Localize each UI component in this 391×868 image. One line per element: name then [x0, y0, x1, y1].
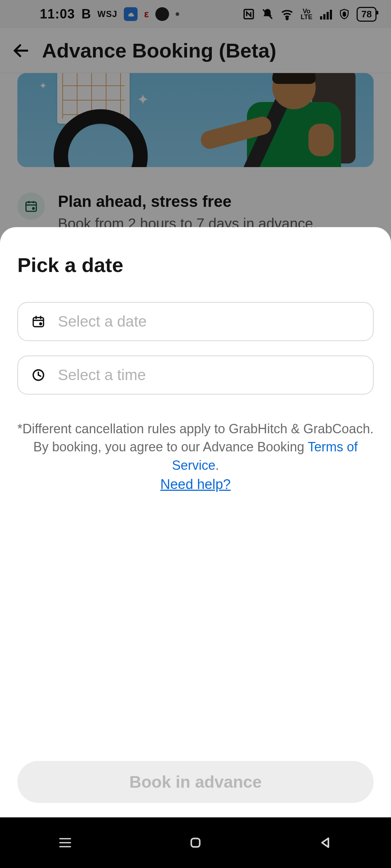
svg-point-18	[40, 323, 42, 325]
disclaimer-line1: *Different cancellation rules apply to G…	[17, 421, 374, 436]
svg-rect-6	[330, 10, 332, 20]
status-app-b-icon: B	[81, 7, 91, 22]
svg-rect-14	[33, 318, 44, 327]
page-title: Advance Booking (Beta)	[42, 39, 276, 62]
disclaimer-line2-prefix: By booking, you agree to our Advance Boo…	[33, 439, 308, 454]
volte-icon: VoLTE	[300, 8, 312, 20]
status-time: 11:03	[40, 7, 75, 22]
home-icon	[188, 835, 203, 850]
shield-dollar-icon: $	[339, 8, 350, 20]
signal-icon	[319, 8, 332, 21]
status-weather-icon	[124, 7, 138, 21]
back-nav-button[interactable]	[315, 832, 337, 854]
home-button[interactable]	[185, 832, 206, 854]
date-placeholder: Select a date	[58, 313, 147, 330]
recents-button[interactable]	[54, 832, 76, 854]
calendar-badge-icon	[17, 192, 45, 220]
status-app-wsj-icon: WSJ	[97, 9, 117, 19]
svg-rect-5	[327, 12, 329, 20]
back-button[interactable]	[11, 41, 31, 61]
system-navbar	[0, 817, 391, 868]
need-help-link[interactable]: Need help?	[17, 477, 374, 492]
mute-icon	[261, 8, 274, 20]
book-in-advance-button[interactable]: Book in advance	[17, 761, 374, 803]
back-triangle-icon	[318, 835, 333, 850]
nfc-icon	[243, 8, 255, 20]
battery-icon: 78	[357, 7, 377, 22]
back-arrow-icon	[12, 41, 30, 60]
status-app-icon: ε	[144, 8, 149, 20]
status-app-round-icon	[155, 7, 169, 21]
svg-rect-9	[26, 202, 37, 211]
pick-date-sheet: Pick a date Select a date Select a time …	[0, 227, 391, 817]
select-date-field[interactable]: Select a date	[17, 302, 374, 341]
app-header: Advance Booking (Beta)	[0, 28, 391, 73]
svg-text:$: $	[343, 11, 346, 17]
clock-icon	[31, 368, 46, 382]
status-bar: 11:03 B WSJ ε VoLTE $ 78	[0, 0, 391, 28]
status-more-dot-icon	[176, 12, 179, 16]
svg-rect-4	[323, 14, 325, 20]
svg-point-13	[33, 208, 34, 209]
disclaimer-text: *Different cancellation rules apply to G…	[17, 420, 374, 475]
period: .	[215, 458, 219, 473]
time-placeholder: Select a time	[58, 366, 146, 384]
info-title: Plan ahead, stress free	[58, 192, 317, 210]
svg-point-2	[286, 18, 288, 20]
select-time-field[interactable]: Select a time	[17, 356, 374, 395]
svg-marker-24	[322, 838, 329, 847]
svg-rect-3	[320, 16, 322, 20]
recents-icon	[57, 835, 73, 851]
calendar-icon	[31, 315, 46, 328]
hero-illustration: ✦ ✦	[17, 73, 374, 167]
svg-rect-23	[191, 838, 199, 847]
wifi-icon	[280, 7, 294, 21]
sheet-title: Pick a date	[17, 253, 374, 277]
